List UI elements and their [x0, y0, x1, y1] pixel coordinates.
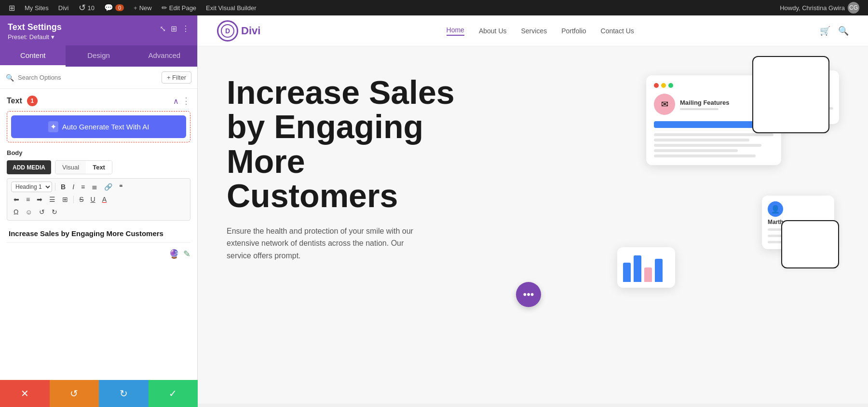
dot-red	[654, 83, 659, 88]
ai-assist-icon[interactable]: ✎	[183, 249, 190, 259]
nav-services[interactable]: Services	[521, 27, 547, 35]
redo-button[interactable]: ↻	[99, 380, 149, 407]
panel-content: Text 1 ∧ ⋮ ✦ Auto Generate Text With AI	[0, 89, 197, 407]
divi-label: Divi	[58, 4, 69, 12]
grammar-icon[interactable]: 🔮	[169, 249, 179, 259]
edit-page-menu[interactable]: ✏ Edit Page	[157, 0, 201, 15]
blockquote-button[interactable]: ❝	[117, 182, 125, 192]
mockup-container: ✉ Mailing Features	[617, 66, 849, 307]
align-left-button[interactable]: ⬅	[11, 194, 22, 205]
website-preview: D Divi Home About Us Services Portfolio …	[198, 15, 868, 407]
align-right-button[interactable]: ➡	[34, 194, 45, 205]
mailing-bar	[680, 108, 719, 110]
panel-preset[interactable]: Preset: Default ▾	[8, 33, 62, 41]
cart-icon[interactable]: 🛒	[820, 26, 830, 36]
tab-text[interactable]: Text	[86, 161, 112, 174]
my-sites-label: My Sites	[25, 4, 49, 12]
tab-visual[interactable]: Visual	[55, 161, 86, 174]
gray-line-4	[654, 149, 738, 152]
ai-button-label: Auto Generate Text With AI	[62, 123, 149, 131]
nav-about[interactable]: About Us	[479, 27, 507, 35]
visual-text-tabs: Visual Text	[55, 160, 112, 174]
emoji-button[interactable]: ☺	[23, 207, 34, 217]
special-chars-button[interactable]: Ω	[11, 207, 21, 217]
columns-icon[interactable]: ⊞	[171, 24, 177, 33]
comment-count: 0	[115, 4, 124, 11]
blue-progress-bar	[654, 121, 754, 128]
site-nav: Home About Us Services Portfolio Contact…	[447, 26, 634, 36]
hero-title: Increase Sales by Engaging More Customer…	[227, 75, 458, 213]
tab-design[interactable]: Design	[66, 45, 131, 67]
divi-logo-svg: D	[221, 24, 234, 38]
undo-editor-button[interactable]: ↺	[37, 207, 47, 217]
text-color-button[interactable]: A	[100, 194, 109, 205]
ai-icon: ✦	[48, 121, 58, 132]
empty-card-top	[752, 56, 829, 133]
tab-content[interactable]: Content	[0, 45, 66, 67]
add-media-button[interactable]: ADD MEDIA	[7, 160, 51, 174]
mailing-info: Mailing Features	[680, 99, 730, 110]
nav-portfolio[interactable]: Portfolio	[561, 27, 586, 35]
tab-advanced[interactable]: Advanced	[132, 45, 197, 67]
avatar: CG	[848, 2, 859, 14]
chart-card	[617, 247, 675, 288]
gray-line-3	[654, 144, 761, 147]
comments-menu[interactable]: 💬 0	[99, 0, 129, 15]
heading-select[interactable]: Heading 1	[11, 182, 52, 192]
filter-button[interactable]: + Filter	[162, 71, 191, 84]
hero-left: Increase Sales by Engaging More Customer…	[227, 75, 458, 384]
loop-menu[interactable]: ↺ 10	[74, 0, 99, 15]
link-button[interactable]: 🔗	[102, 182, 115, 192]
text-section-box: ✦ Auto Generate Text With AI	[7, 111, 190, 142]
expand-icon[interactable]: ⤡	[160, 24, 166, 33]
italic-button[interactable]: I	[70, 182, 77, 192]
collapse-icon[interactable]: ∧	[173, 97, 179, 106]
section-menu-icon[interactable]: ⋮	[182, 96, 190, 106]
nav-icons: 🛒 🔍	[820, 26, 849, 36]
wp-logo[interactable]: ⊞	[4, 0, 20, 15]
search-icon: 🔍	[6, 74, 14, 82]
editor-footer: 🔮 ✎	[7, 247, 190, 261]
unordered-list-button[interactable]: ≡	[79, 182, 87, 192]
dot-green	[668, 83, 673, 88]
empty-card-bottom	[781, 220, 839, 268]
loop-count: 10	[88, 4, 95, 12]
undo-button[interactable]: ↺	[50, 380, 99, 407]
edit-page-label: Edit Page	[169, 4, 196, 12]
strikethrough-button[interactable]: S	[77, 194, 86, 205]
panel-tabs: Content Design Advanced	[0, 45, 197, 67]
hero-right: ✉ Mailing Features	[458, 75, 839, 384]
gray-line-1	[654, 133, 773, 136]
bold-button[interactable]: B	[58, 182, 68, 192]
panel-footer: ✕ ↺ ↻ ✓	[0, 380, 198, 407]
divi-menu[interactable]: Divi	[54, 0, 74, 15]
exit-builder-menu[interactable]: Exit Visual Builder	[201, 0, 261, 15]
redo-editor-button[interactable]: ↻	[49, 207, 60, 217]
new-menu[interactable]: + New	[129, 0, 157, 15]
ordered-list-button[interactable]: ≣	[89, 182, 100, 192]
nav-contact[interactable]: Contact Us	[601, 27, 634, 35]
settings-panel: Text Settings Preset: Default ▾ ⤡ ⊞ ⋮ Co…	[0, 15, 198, 407]
user-menu[interactable]: Howdy, Christina Gwira CG	[775, 2, 864, 14]
underline-button[interactable]: U	[88, 194, 98, 205]
search-nav-icon[interactable]: 🔍	[838, 26, 849, 36]
nav-home[interactable]: Home	[447, 26, 464, 36]
formatting-bar: Heading 1 B I ≡ ≣ 🔗 ❝ ⬅ ≡ ➡ ☰	[7, 178, 190, 221]
my-sites-menu[interactable]: My Sites	[20, 0, 54, 15]
fab-button[interactable]: •••	[516, 282, 541, 307]
mail-icon: ✉	[654, 94, 675, 115]
ai-generate-button[interactable]: ✦ Auto Generate Text With AI	[11, 115, 186, 138]
align-center-button[interactable]: ≡	[24, 194, 32, 205]
gray-lines	[654, 133, 773, 157]
svg-text:D: D	[225, 27, 230, 35]
save-button[interactable]: ✓	[149, 380, 198, 407]
cancel-button[interactable]: ✕	[0, 380, 50, 407]
search-input[interactable]	[18, 74, 158, 81]
wordpress-icon: ⊞	[9, 3, 15, 13]
admin-bar: ⊞ My Sites Divi ↺ 10 💬 0 + New ✏ Edit Pa…	[0, 0, 868, 15]
hero-section: Increase Sales by Engaging More Customer…	[198, 46, 868, 404]
more-options-icon[interactable]: ⋮	[182, 24, 190, 33]
table-button[interactable]: ⊞	[60, 194, 70, 205]
panel-title: Text Settings	[8, 22, 62, 32]
justify-button[interactable]: ☰	[47, 194, 58, 205]
